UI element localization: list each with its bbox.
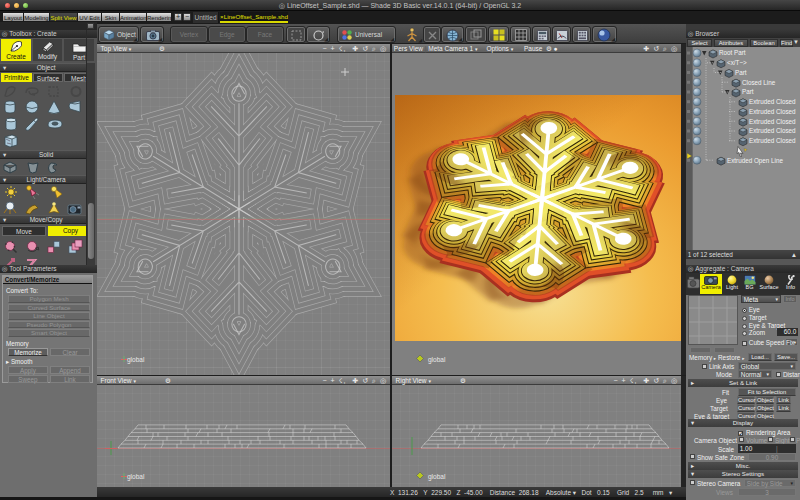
svg-text:Extruded Open Line: Extruded Open Line: [727, 157, 784, 165]
svg-text:Extruded Closed: Extruded Closed: [749, 127, 796, 134]
svg-text:Root Part: Root Part: [719, 49, 746, 56]
svg-text:global: global: [428, 356, 446, 364]
svg-text:Extruded Closed: Extruded Closed: [749, 118, 796, 125]
svg-text:global: global: [428, 473, 446, 481]
svg-text:global: global: [127, 356, 145, 364]
svg-text:Extruded Closed: Extruded Closed: [749, 98, 796, 105]
svg-text:Part: Part: [742, 88, 754, 95]
svg-text:Extruded Closed: Extruded Closed: [749, 108, 796, 115]
svg-text:<x/T~>: <x/T~>: [727, 59, 747, 66]
svg-text:Extruded Closed: Extruded Closed: [749, 137, 796, 144]
svg-text:Part: Part: [735, 69, 747, 76]
svg-text:Closed Line: Closed Line: [742, 79, 776, 86]
svg-text:global: global: [127, 473, 145, 481]
